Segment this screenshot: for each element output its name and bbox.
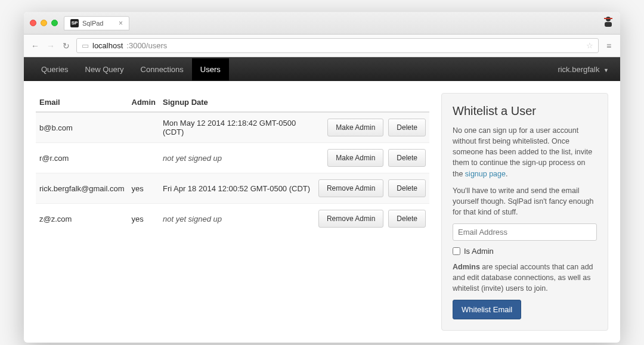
whitelist-desc-2: You'll have to write and send the email … <box>453 185 597 217</box>
cell-signup: not yet signed up <box>159 143 315 173</box>
window-minimize-icon[interactable] <box>41 20 47 26</box>
browser-window: SP SqlPad × ← → ↻ ▭ localhost:3000/users… <box>24 12 620 343</box>
cell-actions: Make AdminDelete <box>315 112 429 143</box>
profile-avatar-icon[interactable] <box>602 15 614 30</box>
users-table: Email Admin Signup Date b@b.comMon May 1… <box>36 93 429 234</box>
whitelist-desc-1: No one can sign up for a user account wi… <box>453 125 597 179</box>
nav-item-new-query[interactable]: New Query <box>77 58 132 80</box>
delete-button[interactable]: Delete <box>388 119 426 136</box>
cell-email: rick.bergfalk@gmail.com <box>36 173 128 204</box>
cell-admin <box>128 143 159 173</box>
tab-close-icon[interactable]: × <box>119 19 123 27</box>
admins-strong: Admins <box>453 263 480 271</box>
delete-button[interactable]: Delete <box>388 210 426 228</box>
whitelist-desc-3: Admins are special accounts that can add… <box>453 262 597 294</box>
is-admin-checkbox[interactable] <box>453 247 460 255</box>
cell-signup: Mon May 12 2014 12:18:42 GMT-0500 (CDT) <box>159 112 315 143</box>
cell-admin <box>128 112 159 143</box>
current-user-dropdown[interactable]: rick.bergfalk ▼ <box>555 65 611 74</box>
whitelist-title: Whitelist a User <box>453 104 597 118</box>
delete-button[interactable]: Delete <box>388 149 426 167</box>
is-admin-label: Is Admin <box>464 247 494 256</box>
remove-admin-button[interactable]: Remove Admin <box>318 210 383 228</box>
page-icon: ▭ <box>82 41 89 50</box>
make-admin-button[interactable]: Make Admin <box>327 149 383 167</box>
col-email: Email <box>36 93 128 112</box>
col-signup: Signup Date <box>159 93 315 112</box>
hamburger-menu-icon[interactable]: ≡ <box>603 41 614 51</box>
cell-email: r@r.com <box>36 143 128 173</box>
cell-signup: not yet signed up <box>159 204 315 234</box>
whitelist-desc-1-after: . <box>506 170 507 178</box>
url-path: :3000/users <box>126 41 167 50</box>
col-actions <box>315 93 429 112</box>
url-bar[interactable]: ▭ localhost:3000/users ☆ <box>76 38 599 53</box>
svg-rect-2 <box>604 18 612 19</box>
url-host: localhost <box>92 41 123 50</box>
whitelist-panel: Whitelist a User No one can sign up for … <box>441 93 608 331</box>
tab-title: SqlPad <box>82 20 103 27</box>
is-admin-row[interactable]: Is Admin <box>453 247 597 256</box>
table-row: r@r.comnot yet signed upMake AdminDelete <box>36 143 429 173</box>
cell-email: b@b.com <box>36 112 128 143</box>
nav-item-users[interactable]: Users <box>192 58 229 80</box>
window-maximize-icon[interactable] <box>51 20 58 26</box>
make-admin-button[interactable]: Make Admin <box>327 119 383 136</box>
cell-admin: yes <box>128 204 159 234</box>
cell-actions: Remove AdminDelete <box>315 173 429 204</box>
browser-toolbar: ← → ↻ ▭ localhost:3000/users ☆ ≡ <box>24 35 620 57</box>
col-admin: Admin <box>128 93 159 112</box>
window-titlebar: SP SqlPad × <box>24 12 620 35</box>
caret-down-icon: ▼ <box>603 67 609 73</box>
whitelist-email-input[interactable] <box>453 223 597 241</box>
users-section: Email Admin Signup Date b@b.comMon May 1… <box>36 93 429 234</box>
remove-admin-button[interactable]: Remove Admin <box>318 179 383 197</box>
svg-rect-1 <box>605 22 612 27</box>
browser-tab[interactable]: SP SqlPad × <box>64 16 129 30</box>
traffic-lights <box>30 20 58 26</box>
bookmark-star-icon[interactable]: ☆ <box>586 41 593 50</box>
whitelist-submit-button[interactable]: Whitelist Email <box>453 300 521 319</box>
favicon-icon: SP <box>70 19 79 27</box>
nav-item-connections[interactable]: Connections <box>132 58 192 80</box>
page-content: Email Admin Signup Date b@b.comMon May 1… <box>24 81 620 343</box>
forward-icon[interactable]: → <box>45 41 56 51</box>
cell-email: z@z.com <box>36 204 128 234</box>
reload-icon[interactable]: ↻ <box>61 41 72 51</box>
table-row: b@b.comMon May 12 2014 12:18:42 GMT-0500… <box>36 112 429 143</box>
current-user-label: rick.bergfalk <box>558 65 599 74</box>
cell-admin: yes <box>128 173 159 204</box>
cell-signup: Fri Apr 18 2014 12:00:52 GMT-0500 (CDT) <box>159 173 315 204</box>
cell-actions: Make AdminDelete <box>315 143 429 173</box>
table-row: rick.bergfalk@gmail.comyesFri Apr 18 201… <box>36 173 429 204</box>
table-row: z@z.comyesnot yet signed upRemove AdminD… <box>36 204 429 234</box>
nav-item-queries[interactable]: Queries <box>33 58 77 80</box>
signup-page-link[interactable]: signup page <box>465 170 506 178</box>
delete-button[interactable]: Delete <box>388 179 426 197</box>
cell-actions: Remove AdminDelete <box>315 204 429 234</box>
back-icon[interactable]: ← <box>30 41 41 51</box>
app-navbar: QueriesNew QueryConnectionsUsers rick.be… <box>24 57 620 81</box>
window-close-icon[interactable] <box>30 20 36 26</box>
